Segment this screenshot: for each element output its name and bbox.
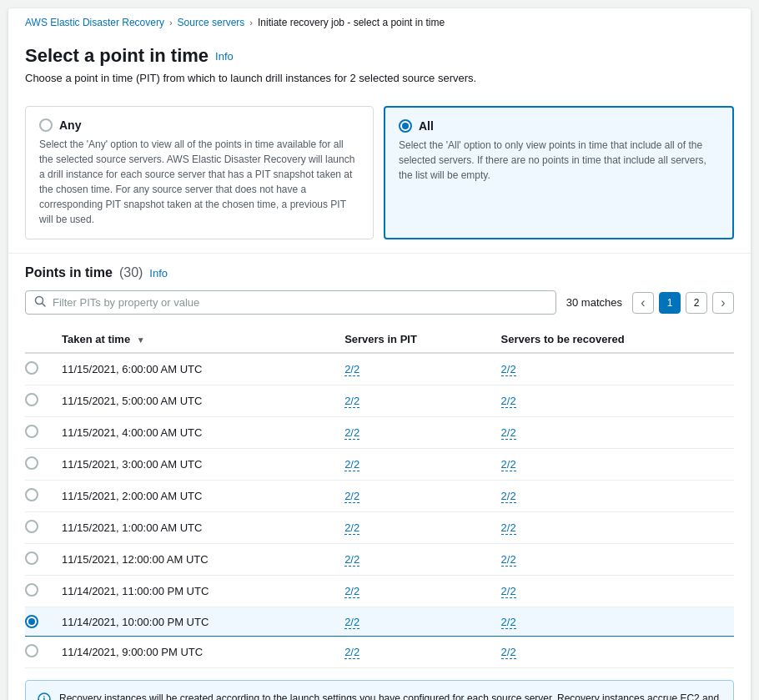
table-row[interactable]: 11/15/2021, 4:00:00 AM UTC2/22/2 bbox=[25, 417, 734, 449]
row-servers-in-pit[interactable]: 2/2 bbox=[334, 449, 490, 481]
row-taken-at: 11/15/2021, 1:00:00 AM UTC bbox=[52, 512, 334, 544]
option-any-desc: Select the 'Any' option to view all of t… bbox=[39, 137, 359, 227]
option-any[interactable]: Any Select the 'Any' option to view all … bbox=[25, 106, 374, 239]
row-radio-cell bbox=[25, 607, 52, 637]
table-row[interactable]: 11/15/2021, 6:00:00 AM UTC2/22/2 bbox=[25, 353, 734, 385]
option-any-label: Any bbox=[59, 118, 81, 132]
page-info-link[interactable]: Info bbox=[215, 50, 234, 63]
row-servers-to-recover[interactable]: 2/2 bbox=[491, 385, 734, 417]
row-taken-at: 11/14/2021, 10:00:00 PM UTC bbox=[52, 607, 334, 637]
sort-icon: ▼ bbox=[137, 335, 145, 345]
radio-row-1[interactable] bbox=[25, 361, 38, 375]
row-radio-cell bbox=[25, 353, 52, 385]
page-title-container: Select a point in time Info bbox=[25, 45, 734, 67]
row-taken-at: 11/14/2021, 11:00:00 PM UTC bbox=[52, 576, 334, 607]
row-servers-to-recover[interactable]: 2/2 bbox=[491, 576, 734, 607]
row-servers-in-pit[interactable]: 2/2 bbox=[334, 576, 490, 607]
row-servers-in-pit[interactable]: 2/2 bbox=[334, 385, 490, 417]
table-row[interactable]: 11/14/2021, 11:00:00 PM UTC2/22/2 bbox=[25, 576, 734, 607]
table-row[interactable]: 11/14/2021, 9:00:00 PM UTC2/22/2 bbox=[25, 637, 734, 668]
next-page-button[interactable]: › bbox=[712, 292, 734, 314]
row-servers-in-pit[interactable]: 2/2 bbox=[334, 607, 490, 637]
table-row[interactable]: 11/14/2021, 10:00:00 PM UTC2/22/2 bbox=[25, 607, 734, 637]
row-radio-cell bbox=[25, 417, 52, 449]
options-container: Any Select the 'Any' option to view all … bbox=[25, 106, 734, 239]
info-banner-icon: i bbox=[38, 692, 51, 700]
table-row[interactable]: 11/15/2021, 2:00:00 AM UTC2/22/2 bbox=[25, 481, 734, 512]
search-input[interactable] bbox=[53, 296, 547, 309]
matches-count: 30 matches bbox=[566, 296, 622, 309]
row-taken-at: 11/14/2021, 9:00:00 PM UTC bbox=[52, 637, 334, 668]
row-radio-cell bbox=[25, 544, 52, 576]
pit-title: Points in time bbox=[25, 265, 113, 280]
radio-row-3[interactable] bbox=[25, 425, 38, 438]
row-servers-in-pit[interactable]: 2/2 bbox=[334, 417, 490, 449]
pit-section: Points in time (30) Info 30 matches ‹ 1 … bbox=[25, 265, 734, 668]
pit-info-link[interactable]: Info bbox=[149, 267, 168, 279]
pit-header: Points in time (30) Info bbox=[25, 265, 734, 280]
row-servers-in-pit[interactable]: 2/2 bbox=[334, 481, 490, 512]
radio-all bbox=[399, 119, 412, 133]
row-radio-cell bbox=[25, 385, 52, 417]
row-taken-at: 11/15/2021, 2:00:00 AM UTC bbox=[52, 481, 334, 512]
table-header-row: Taken at time ▼ Servers in PIT Servers t… bbox=[25, 326, 734, 353]
pit-count: (30) bbox=[119, 265, 143, 280]
row-servers-in-pit[interactable]: 2/2 bbox=[334, 637, 490, 668]
row-servers-to-recover[interactable]: 2/2 bbox=[491, 544, 734, 576]
radio-row-5[interactable] bbox=[25, 488, 38, 501]
info-banner-text: Recovery instances will be created accor… bbox=[59, 691, 721, 700]
table-row[interactable]: 11/15/2021, 3:00:00 AM UTC2/22/2 bbox=[25, 449, 734, 481]
table-row[interactable]: 11/15/2021, 5:00:00 AM UTC2/22/2 bbox=[25, 385, 734, 417]
row-servers-to-recover[interactable]: 2/2 bbox=[491, 417, 734, 449]
breadcrumb-sep-2: › bbox=[249, 18, 253, 28]
row-taken-at: 11/15/2021, 3:00:00 AM UTC bbox=[52, 449, 334, 481]
row-servers-to-recover[interactable]: 2/2 bbox=[491, 512, 734, 544]
row-servers-in-pit[interactable]: 2/2 bbox=[334, 353, 490, 385]
breadcrumb-link-source-servers[interactable]: Source servers bbox=[178, 17, 245, 28]
row-servers-to-recover[interactable]: 2/2 bbox=[491, 449, 734, 481]
radio-row-2[interactable] bbox=[25, 393, 38, 406]
row-taken-at: 11/15/2021, 6:00:00 AM UTC bbox=[52, 353, 334, 385]
row-radio-cell bbox=[25, 512, 52, 544]
option-all-header: All bbox=[399, 119, 719, 133]
filter-bar: 30 matches ‹ 1 2 › bbox=[25, 290, 734, 315]
breadcrumb: AWS Elastic Disaster Recovery › Source s… bbox=[8, 8, 751, 37]
radio-row-6[interactable] bbox=[25, 520, 38, 533]
page-wrapper: AWS Elastic Disaster Recovery › Source s… bbox=[8, 8, 751, 700]
pagination: ‹ 1 2 › bbox=[632, 292, 734, 314]
row-servers-to-recover[interactable]: 2/2 bbox=[491, 607, 734, 637]
row-servers-to-recover[interactable]: 2/2 bbox=[491, 353, 734, 385]
row-servers-in-pit[interactable]: 2/2 bbox=[334, 512, 490, 544]
row-servers-to-recover[interactable]: 2/2 bbox=[491, 481, 734, 512]
row-servers-in-pit[interactable]: 2/2 bbox=[334, 544, 490, 576]
search-box bbox=[25, 290, 556, 315]
row-taken-at: 11/15/2021, 4:00:00 AM UTC bbox=[52, 417, 334, 449]
option-any-header: Any bbox=[39, 118, 359, 132]
breadcrumb-sep-1: › bbox=[169, 18, 173, 28]
radio-row-8[interactable] bbox=[25, 583, 38, 597]
radio-row-9[interactable] bbox=[25, 615, 38, 628]
prev-page-button[interactable]: ‹ bbox=[632, 292, 654, 314]
info-banner: i Recovery instances will be created acc… bbox=[25, 680, 734, 700]
page-title: Select a point in time bbox=[25, 45, 209, 67]
radio-row-10[interactable] bbox=[25, 644, 38, 657]
radio-any bbox=[39, 118, 53, 132]
row-radio-cell bbox=[25, 576, 52, 607]
page-2-button[interactable]: 2 bbox=[686, 292, 707, 314]
breadcrumb-current: Initiate recovery job - select a point i… bbox=[258, 17, 445, 28]
col-servers-to-recover: Servers to be recovered bbox=[491, 326, 734, 353]
option-all-label: All bbox=[419, 119, 434, 133]
radio-row-4[interactable] bbox=[25, 456, 38, 470]
option-all[interactable]: All Select the 'All' option to only view… bbox=[384, 106, 734, 239]
row-servers-to-recover[interactable]: 2/2 bbox=[491, 637, 734, 668]
radio-row-7[interactable] bbox=[25, 551, 38, 565]
col-taken-at[interactable]: Taken at time ▼ bbox=[52, 326, 334, 353]
table-row[interactable]: 11/15/2021, 12:00:00 AM UTC2/22/2 bbox=[25, 544, 734, 576]
pit-table: Taken at time ▼ Servers in PIT Servers t… bbox=[25, 326, 734, 668]
page-1-button[interactable]: 1 bbox=[659, 292, 681, 314]
breadcrumb-link-edr[interactable]: AWS Elastic Disaster Recovery bbox=[25, 17, 164, 28]
col-taken-at-label: Taken at time bbox=[62, 333, 130, 345]
svg-line-1 bbox=[43, 304, 46, 307]
table-row[interactable]: 11/15/2021, 1:00:00 AM UTC2/22/2 bbox=[25, 512, 734, 544]
option-all-desc: Select the 'All' option to only view poi… bbox=[399, 138, 719, 183]
